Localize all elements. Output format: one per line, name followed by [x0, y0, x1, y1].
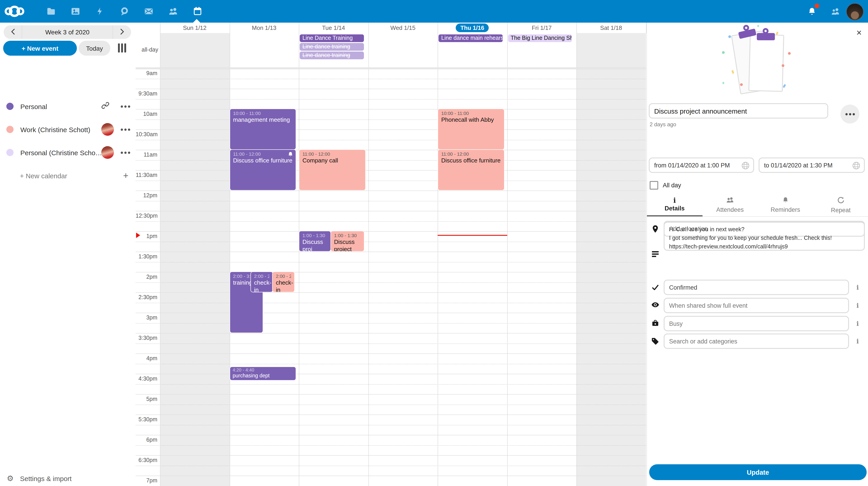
previous-week-button[interactable] — [4, 28, 22, 36]
shared-by-avatar — [101, 123, 114, 136]
view-switcher-icon[interactable] — [118, 44, 127, 53]
calendar-list-item[interactable]: Personal (Christine Scho…) — [0, 143, 135, 163]
visibility-value: When shared show full event — [669, 302, 747, 309]
calendar-event[interactable]: 10:00 - 11:00management meeting — [230, 109, 296, 149]
event-start-value: from 01/14/2020 at 1:00 PM — [654, 162, 730, 169]
calendar-event[interactable]: 4:20 - 4:40purchasing dept — [230, 367, 296, 380]
contacts-icon[interactable] — [167, 5, 179, 17]
calendar-name: Personal (Christine Scho…) — [20, 149, 101, 156]
day-header-sun[interactable]: Sun 1/12 — [160, 23, 229, 33]
categories-input[interactable] — [664, 334, 849, 349]
time-axis-label: 11:30am — [135, 172, 157, 178]
description-icon — [651, 251, 659, 257]
calendar-list-item[interactable]: Work (Christine Schott) — [0, 119, 135, 139]
event-start-field[interactable]: from 01/14/2020 at 1:00 PM — [649, 158, 754, 173]
day-header-tue[interactable]: Tue 1/14 — [299, 23, 368, 33]
time-axis-label: 1:30pm — [135, 253, 157, 260]
calendar-event[interactable]: 1:00 - 1:30Discuss proj announcement — [299, 231, 331, 251]
day-header-wed[interactable]: Wed 1/15 — [368, 23, 438, 33]
attendees-icon — [726, 197, 735, 205]
calendar-actions-icon[interactable] — [119, 105, 132, 108]
calendar-name: Personal — [20, 103, 101, 110]
tab-details[interactable]: i Details — [647, 194, 702, 216]
freebusy-select[interactable]: Busy — [664, 316, 849, 331]
share-link-icon[interactable] — [101, 102, 113, 111]
weekend-shading — [577, 33, 646, 67]
all-day-checkbox[interactable] — [650, 181, 658, 190]
tab-reminders[interactable]: Reminders — [758, 194, 813, 216]
shared-by-avatar — [101, 146, 114, 159]
calendar-actions-icon[interactable] — [119, 151, 132, 154]
categories-tag-icon — [651, 338, 659, 345]
all-day-event[interactable]: Line Dance Training — [300, 34, 364, 42]
tab-attendees[interactable]: Attendees — [702, 194, 758, 216]
visibility-select[interactable]: When shared show full event — [664, 298, 849, 313]
nextcloud-logo-icon[interactable] — [4, 4, 25, 20]
calendar-event[interactable]: 11:00 - 12:00Company call — [299, 150, 365, 190]
categories-info-icon[interactable]: i — [855, 338, 861, 345]
user-avatar[interactable] — [846, 3, 864, 20]
location-pin-icon — [651, 225, 659, 233]
update-button[interactable]: Update — [649, 464, 867, 480]
more-actions-button[interactable] — [840, 105, 860, 123]
calendar-event[interactable]: 2:00 - 2:30check-in — [273, 272, 294, 292]
calendar-event[interactable]: 1:00 - 1:30Discuss project — [331, 231, 364, 251]
calendar-event[interactable]: 11:00 - 12:00Discuss office furniture — [438, 150, 504, 190]
all-day-axis-label: all-day — [136, 47, 158, 53]
time-axis-label: 4pm — [135, 355, 157, 362]
files-icon[interactable] — [45, 5, 57, 17]
timezone-globe-icon[interactable] — [852, 162, 860, 171]
new-event-button[interactable]: + New event — [3, 41, 77, 56]
all-day-row: all-dayLine Dance TrainingLine dance tra… — [135, 33, 646, 67]
settings-import-button[interactable]: ⚙ Settings & import — [0, 470, 135, 486]
description-textarea[interactable]: Hi Carl! are you in next week? I got som… — [664, 222, 865, 251]
week-label[interactable]: Week 3 of 2020 — [22, 25, 113, 39]
calendar-list-item[interactable]: Personal — [0, 96, 135, 116]
time-axis-label: 4:30pm — [135, 376, 157, 382]
mail-icon[interactable] — [143, 5, 155, 17]
week-navigation: Week 3 of 2020 — [4, 25, 131, 39]
all-day-event[interactable]: Line dance training — [300, 43, 364, 51]
event-title-input[interactable] — [649, 103, 828, 119]
calendar-event[interactable]: 10:00 - 11:00Phonecall with Abby — [438, 109, 504, 149]
week-grid[interactable]: 9am9:30am10am10:30am11am11:30am12pm12:30… — [135, 69, 646, 486]
new-calendar-button[interactable]: + New calendar + — [0, 166, 135, 185]
freebusy-info-icon[interactable]: i — [855, 320, 861, 327]
activity-icon[interactable] — [94, 5, 106, 17]
all-day-event[interactable]: Line dance training — [300, 52, 364, 59]
calendar-actions-icon[interactable] — [119, 128, 132, 131]
notifications-bell-icon[interactable] — [806, 5, 818, 18]
next-week-button[interactable] — [113, 28, 131, 36]
all-day-event[interactable]: Line dance main rehearsal — [438, 34, 502, 42]
day-header-sat[interactable]: Sat 1/18 — [577, 23, 646, 33]
talk-icon[interactable] — [119, 5, 130, 17]
day-header-thu[interactable]: Thu 1/16 — [438, 23, 507, 33]
weekend-shading — [577, 69, 646, 486]
time-axis-label: 3:30pm — [135, 335, 157, 341]
calendar-event[interactable]: 11:00 - 12:00Discuss office furniture — [230, 150, 296, 190]
today-button[interactable]: Today — [79, 41, 110, 56]
time-axis-label: 5pm — [135, 396, 157, 402]
visibility-eye-icon — [651, 302, 659, 308]
status-info-icon[interactable]: i — [855, 284, 861, 291]
time-axis-label: 9:30am — [135, 90, 157, 97]
day-header-fri[interactable]: Fri 1/17 — [507, 23, 577, 33]
weekend-shading — [160, 69, 229, 486]
event-end-field[interactable]: to 01/14/2020 at 1:30 PM — [758, 158, 865, 173]
status-select[interactable]: Confirmed — [664, 280, 849, 295]
current-time-indicator — [438, 235, 507, 235]
day-header-mon[interactable]: Mon 1/13 — [229, 23, 299, 33]
timezone-globe-icon[interactable] — [741, 162, 749, 171]
active-app-indicator — [193, 19, 200, 23]
contacts-menu-icon[interactable] — [829, 5, 842, 18]
new-calendar-label: + New calendar — [20, 172, 67, 179]
photos-icon[interactable] — [70, 5, 81, 17]
visibility-info-icon[interactable]: i — [855, 302, 861, 309]
gear-icon: ⚙ — [7, 474, 14, 483]
all-day-event[interactable]: The Big Line Dancing Show — [508, 34, 572, 42]
editor-tabs: i Details Attendees Reminders Repeat — [647, 194, 868, 217]
tab-repeat[interactable]: Repeat — [813, 194, 868, 216]
all-day-checkbox-row[interactable]: All day — [650, 181, 681, 190]
calendar-icon[interactable] — [192, 5, 204, 17]
calendar-event[interactable]: 2:00 - 2:30check-in — [251, 272, 273, 292]
